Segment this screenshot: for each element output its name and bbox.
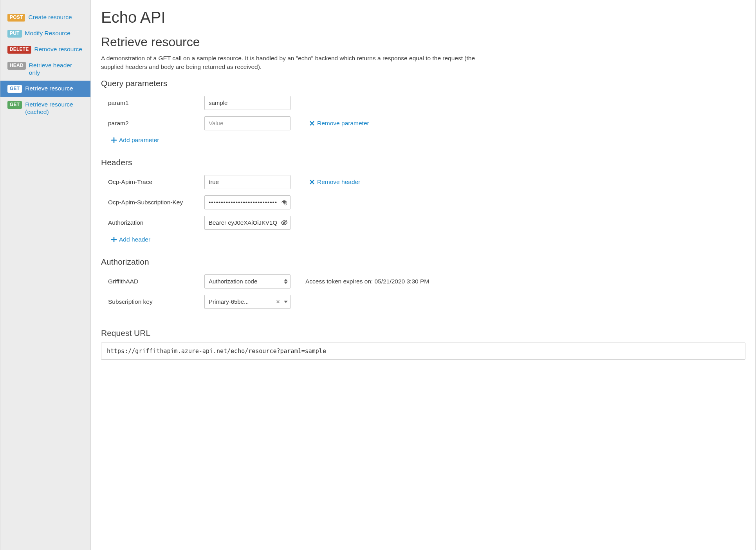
add-parameter-label: Add parameter — [119, 137, 159, 144]
operations-sidebar: POST Create resource PUT Modify Resource… — [0, 0, 91, 550]
header-row: Authorization — [101, 213, 745, 233]
plus-icon — [111, 137, 117, 143]
auth-server-label: GriffithAAD — [108, 278, 199, 285]
sidebar-item-label: Modify Resource — [25, 29, 70, 37]
sidebar-item-label: Retrieve resource (cached) — [25, 101, 83, 116]
query-param-row: param1 — [101, 93, 745, 113]
clear-icon[interactable]: ✕ — [276, 299, 280, 305]
close-icon — [309, 121, 315, 126]
subscription-key-select[interactable]: Primary-65be... ✕ — [204, 295, 290, 309]
header-name: Authorization — [108, 219, 199, 226]
header-name: Ocp-Apim-Subscription-Key — [108, 199, 199, 206]
sidebar-item-head[interactable]: HEAD Retrieve header only — [0, 58, 90, 81]
header-name: Ocp-Apim-Trace — [108, 179, 199, 186]
add-parameter-button[interactable]: Add parameter — [104, 133, 159, 147]
auth-grant-select[interactable]: Authorization code — [204, 274, 290, 289]
sidebar-item-retrieve[interactable]: GET Retrieve resource — [0, 81, 90, 97]
sidebar-item-label: Remove resource — [34, 45, 82, 53]
request-url-box[interactable]: https://griffithapim.azure-api.net/echo/… — [101, 343, 745, 360]
auth-grant-value: Authorization code — [209, 278, 257, 285]
query-param-row: param2 Remove parameter — [101, 113, 745, 133]
sidebar-item-label: Create resource — [28, 13, 72, 21]
method-badge-delete: DELETE — [7, 46, 31, 54]
method-badge-put: PUT — [7, 30, 22, 38]
section-query-title: Query parameters — [101, 79, 745, 88]
token-expiry-text: Access token expires on: 05/21/2020 3:30… — [305, 278, 429, 285]
auth-server-row: GriffithAAD Authorization code Access to… — [101, 271, 745, 292]
add-header-label: Add header — [119, 236, 150, 243]
method-badge-post: POST — [7, 14, 25, 22]
operation-title: Retrieve resource — [101, 35, 745, 49]
query-param-name: param2 — [108, 120, 199, 127]
query-param-name: param1 — [108, 99, 199, 106]
section-auth-title: Authorization — [101, 257, 745, 267]
api-title: Echo API — [101, 9, 745, 26]
close-icon — [309, 179, 315, 185]
operation-panel: Echo API Retrieve resource A demonstrati… — [91, 0, 756, 550]
subscription-key-row: Subscription key Primary-65be... ✕ — [101, 292, 745, 312]
reveal-secret-icon[interactable] — [280, 198, 288, 206]
sidebar-item-modify[interactable]: PUT Modify Resource — [0, 25, 90, 41]
subscription-key-value: Primary-65be... — [209, 298, 249, 305]
header-row: Ocp-Apim-Trace Remove header — [101, 172, 745, 192]
header-value-input[interactable] — [204, 195, 290, 209]
sidebar-item-label: Retrieve header only — [29, 61, 83, 77]
header-row: Ocp-Apim-Subscription-Key — [101, 192, 745, 213]
subscription-key-label: Subscription key — [108, 298, 199, 305]
section-url-title: Request URL — [101, 328, 745, 338]
plus-icon — [111, 237, 117, 242]
sidebar-item-remove[interactable]: DELETE Remove resource — [0, 41, 90, 58]
remove-header-label: Remove header — [317, 179, 360, 186]
eye-icon[interactable] — [280, 219, 288, 227]
sidebar-item-create[interactable]: POST Create resource — [0, 9, 90, 25]
remove-parameter-label: Remove parameter — [317, 120, 369, 127]
sidebar-item-retrieve-cached[interactable]: GET Retrieve resource (cached) — [0, 97, 90, 120]
method-badge-head: HEAD — [7, 62, 26, 70]
add-header-button[interactable]: Add header — [104, 233, 150, 246]
method-badge-get: GET — [7, 85, 22, 93]
remove-header-button[interactable]: Remove header — [309, 179, 360, 186]
header-value-input[interactable] — [204, 216, 290, 230]
query-param-input[interactable] — [204, 116, 290, 130]
method-badge-get: GET — [7, 101, 22, 109]
chevron-updown-icon — [284, 279, 288, 284]
section-headers-title: Headers — [101, 158, 745, 167]
chevron-down-icon — [284, 301, 288, 303]
operation-description: A demonstration of a GET call on a sampl… — [101, 54, 493, 72]
remove-parameter-button[interactable]: Remove parameter — [309, 120, 369, 127]
sidebar-item-label: Retrieve resource — [25, 85, 73, 92]
header-value-input[interactable] — [204, 175, 290, 189]
query-param-input[interactable] — [204, 96, 290, 110]
